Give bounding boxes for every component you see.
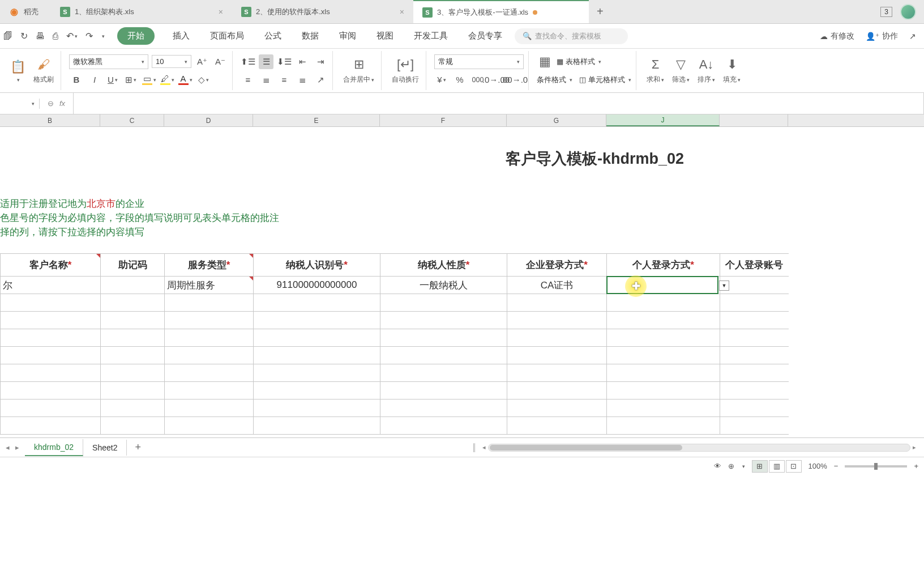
zoom-in-button[interactable]: + (914, 462, 918, 470)
scroll-right-icon[interactable]: ▸ (910, 444, 918, 451)
add-sheet-button[interactable]: + (127, 441, 149, 453)
ribbon-tab-pagelayout[interactable]: 页面布局 (208, 27, 246, 45)
new-tab-button[interactable]: + (589, 5, 611, 18)
redo-icon[interactable]: ↷ (85, 31, 93, 41)
th-service-type[interactable]: 服务类型* (165, 254, 254, 277)
cond-format-button[interactable]: ▦ (537, 53, 553, 71)
name-box[interactable]: ▾ (0, 99, 40, 109)
ribbon-tab-view[interactable]: 视图 (374, 27, 396, 45)
ribbon-tab-insert[interactable]: 插入 (170, 27, 192, 45)
fx-icon[interactable]: fx (59, 99, 65, 108)
sheet-nav-next-icon[interactable]: ▸ (15, 443, 25, 452)
decrease-indent-icon[interactable]: ⇤ (295, 54, 310, 69)
sync-icon[interactable]: ↻ (20, 31, 28, 41)
clear-format-button[interactable]: ◇▾ (196, 73, 211, 87)
hscroll-track[interactable] (488, 444, 910, 452)
orientation-icon[interactable]: ↗ (313, 73, 328, 87)
decrease-font-icon[interactable]: A⁻ (213, 54, 228, 69)
zoom-slider[interactable] (845, 465, 907, 468)
percent-icon[interactable]: % (452, 73, 467, 87)
hscroll-thumb[interactable] (490, 445, 682, 450)
ribbon-tab-data[interactable]: 数据 (300, 27, 321, 45)
fill-button[interactable]: ⬇填充▾ (721, 56, 743, 86)
eye-icon[interactable]: 👁 (714, 462, 721, 470)
scroll-left-icon[interactable]: ◂ (480, 444, 488, 451)
format-painter-button[interactable]: 🖌格式刷 (31, 56, 56, 86)
cell-active[interactable] (607, 277, 720, 294)
col-b[interactable]: B (0, 114, 100, 126)
close-icon[interactable]: × (400, 7, 404, 16)
center-icon[interactable]: ⊕ (728, 462, 734, 470)
col-g[interactable]: G (507, 114, 606, 126)
merge-center-button[interactable]: ⊞合并居中▾ (341, 56, 377, 86)
filter-button[interactable]: ▽筛选▾ (670, 56, 692, 86)
zoom-level[interactable]: 100% (808, 462, 827, 470)
ribbon-tab-member[interactable]: 会员专享 (466, 27, 504, 45)
zoom-out-button[interactable]: − (834, 462, 839, 470)
normal-view-button[interactable]: ⊞ (752, 460, 768, 473)
th-personal-login[interactable]: 个人登录方式* (607, 254, 720, 277)
align-left-icon[interactable]: ≡ (241, 73, 255, 87)
collaborate-button[interactable]: 👤⁺协作 (866, 31, 898, 41)
auto-wrap-button[interactable]: [↵]自动换行 (390, 56, 421, 86)
border-button[interactable]: ⊞▾ (123, 73, 138, 87)
bold-button[interactable]: B (69, 73, 84, 87)
th-taxpayer-type[interactable]: 纳税人性质* (380, 254, 507, 277)
highlight-button[interactable]: 🖊▾ (160, 73, 174, 87)
cell[interactable]: 尔 (1, 277, 101, 294)
cell[interactable]: 一般纳税人 (380, 277, 507, 294)
cell-style-button[interactable]: ◫单元格样式▾ (579, 75, 631, 85)
tab-daoqiao[interactable]: ◉ 稻壳 (0, 0, 51, 23)
qat-more-icon[interactable]: ▾ (101, 33, 105, 39)
tab-file2[interactable]: S 2、使用的软件版本.xls × (232, 0, 413, 23)
sheet-tab-1[interactable]: khdrmb_02 (25, 439, 83, 456)
sheet-tab-2[interactable]: Sheet2 (83, 440, 127, 456)
col-next[interactable] (720, 114, 788, 126)
col-f[interactable]: F (380, 114, 507, 126)
justify-icon[interactable]: ≣ (295, 73, 310, 87)
th-customer-name[interactable]: 客户名称* (1, 254, 101, 277)
cell[interactable] (101, 277, 165, 294)
align-bottom-icon[interactable]: ⬇☰ (277, 54, 292, 69)
align-top-icon[interactable]: ⬆☰ (241, 54, 255, 69)
currency-icon[interactable]: ¥▾ (434, 73, 449, 87)
save-icon[interactable]: 🗐 (3, 31, 12, 41)
cell[interactable]: 周期性服务 (165, 277, 254, 294)
cell[interactable]: CA证书 (507, 277, 607, 294)
italic-button[interactable]: I (87, 73, 102, 87)
decrease-decimal-icon[interactable]: .00→.0 (507, 73, 521, 87)
sum-button[interactable]: Σ求和▾ (644, 56, 666, 86)
share-icon[interactable]: ↗ (909, 32, 916, 41)
table-style-button[interactable]: ▦表格样式▾ (557, 57, 601, 67)
print-preview-icon[interactable]: ⎙ (53, 31, 58, 41)
user-avatar[interactable] (900, 4, 916, 20)
paste-button[interactable]: 📋▾ (8, 58, 28, 84)
ribbon-tab-devtools[interactable]: 开发工具 (412, 27, 450, 45)
th-taxpayer-id[interactable]: 纳税人识别号* (254, 254, 380, 277)
page-break-button[interactable]: ⊡ (786, 460, 802, 473)
dropdown-arrow-icon[interactable]: ▼ (719, 280, 729, 291)
close-icon[interactable]: × (219, 7, 223, 16)
tab-file3-active[interactable]: S 3、客户导入模板-一证通.xls (413, 0, 589, 23)
sheet-nav-prev-icon[interactable]: ◂ (0, 443, 15, 452)
col-e[interactable]: E (253, 114, 380, 126)
col-j-selected[interactable]: J (606, 114, 720, 126)
align-center-icon[interactable]: ≣ (259, 73, 273, 87)
undo-icon[interactable]: ↶▾ (66, 31, 78, 41)
fill-color-button[interactable]: ▭▾ (142, 73, 156, 87)
col-c[interactable]: C (100, 114, 164, 126)
font-size-select[interactable]: 10▾ (152, 55, 191, 68)
window-count[interactable]: 3 (880, 7, 892, 17)
page-layout-button[interactable]: ▥ (769, 460, 785, 473)
sheet-grid[interactable]: 客户导入模板-khdrmb_02 适用于注册登记地为北京市的企业 色星号的字段为… (0, 127, 924, 437)
ribbon-tab-home[interactable]: 开始 (117, 27, 155, 45)
th-mnemonic[interactable]: 助记码 (101, 254, 165, 277)
align-middle-icon[interactable]: ☰ (259, 54, 273, 69)
formula-input[interactable] (73, 93, 924, 114)
underline-button[interactable]: U▾ (105, 73, 120, 87)
print-icon[interactable]: 🖶 (36, 31, 45, 41)
th-personal-account[interactable]: 个人登录账号 (720, 254, 789, 277)
increase-indent-icon[interactable]: ⇥ (313, 54, 328, 69)
cond-format-label[interactable]: 条件格式▾ (537, 75, 572, 85)
font-name-select[interactable]: 微软雅黑▾ (69, 54, 148, 69)
